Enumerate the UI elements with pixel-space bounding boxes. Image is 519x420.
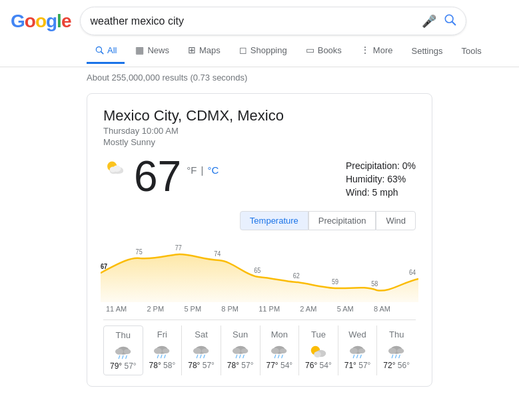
temp-f-unit[interactable]: °F [187,164,197,176]
chart-tab-temperature[interactable]: Temperature [240,211,308,230]
tab-news-label: News [147,45,169,55]
tab-all[interactable]: All [87,39,125,64]
svg-text:65: 65 [254,266,260,274]
svg-line-62 [396,355,397,358]
weather-details: Precipitation: 0% Humidity: 63% Wind: 5 … [346,155,416,200]
time-label-7: 8 AM [374,305,390,313]
chart-tab-wind[interactable]: Wind [376,211,416,230]
svg-point-38 [233,348,241,354]
forecast-day-fri[interactable]: Fri 78° 58° [143,325,183,375]
time-label-2: 5 PM [184,305,201,313]
tab-shopping[interactable]: ◻ Shopping [231,38,295,64]
news-icon: ▦ [135,45,144,55]
weather-location: Mexico City, CDMX, Mexico [103,107,416,124]
weekly-forecast: Thu 79° 57° Fri [103,319,416,375]
day-name: Thu [389,329,404,339]
day-temps: 76° 54° [305,361,332,370]
svg-text:59: 59 [332,278,338,286]
precipitation-detail: Precipitation: 0% [346,160,416,171]
tab-more[interactable]: ⋮ More [352,38,401,64]
svg-point-32 [193,348,201,354]
partly-sunny-icon [103,155,127,179]
tab-maps[interactable]: ⊞ Maps [180,38,229,64]
search-bar: 🎤 [80,7,466,35]
forecast-day-mon[interactable]: Mon 77° 54° [260,325,300,375]
chart-svg: 67 75 77 74 65 62 59 58 64 [101,236,418,302]
books-icon: ▭ [306,45,314,55]
svg-line-42 [243,355,244,358]
svg-line-63 [399,355,400,358]
svg-line-24 [126,355,127,359]
svg-text:58: 58 [371,280,378,288]
forecast-day-sat[interactable]: Sat 78° 57° [182,325,221,375]
rain-icon [113,343,133,361]
forecast-day-thu-1[interactable]: Thu 79° 57° [103,325,143,375]
svg-point-45 [280,349,287,354]
tab-books[interactable]: ▭ Books [298,38,350,64]
svg-point-21 [124,349,131,355]
nav-tabs: All ▦ News ⊞ Maps ◻ Shopping ▭ Books ⋮ M… [0,35,519,67]
tab-more-label: More [373,45,393,55]
svg-line-35 [201,355,202,358]
day-name: Thu [116,330,131,340]
svg-line-22 [119,355,120,359]
rain-icon [348,342,368,361]
tab-maps-label: Maps [199,45,221,55]
svg-point-44 [271,348,279,354]
day-temps: 77° 54° [266,361,292,370]
temperature-value: 67 [134,155,181,198]
forecast-day-thu-2[interactable]: Thu 72° 56° [377,325,416,375]
svg-line-40 [236,355,237,358]
svg-point-54 [358,349,365,354]
rain-icon [269,342,289,361]
chart-tab-precipitation[interactable]: Precipitation [308,211,376,230]
svg-point-53 [350,348,358,354]
svg-text:75: 75 [136,248,143,256]
tools-link[interactable]: Tools [453,39,489,63]
rain-icon [152,342,172,361]
temp-units: °F | °C [187,155,219,176]
day-name: Mon [271,329,288,339]
svg-line-47 [278,355,280,358]
svg-text:62: 62 [293,272,300,280]
rain-icon [231,342,251,361]
day-name: Sat [195,329,208,339]
maps-icon: ⊞ [188,45,196,55]
svg-line-3 [101,52,103,54]
humidity-detail: Humidity: 63% [346,174,416,184]
svg-line-55 [353,355,354,358]
google-logo[interactable]: Google [11,11,71,32]
time-labels: 11 AM 2 PM 5 PM 8 PM 11 PM 2 AM 5 AM 8 A… [103,305,416,313]
svg-point-9 [110,166,117,172]
search-submit-icon[interactable] [443,13,456,29]
partly-cloudy-icon [308,342,328,361]
forecast-day-tue[interactable]: Tue 76° 54° [299,325,338,375]
day-name: Fri [157,329,167,339]
time-label-3: 8 PM [221,305,239,313]
results-count: About 255,000,000 results (0.73 seconds) [0,67,519,88]
time-label-0: 11 AM [106,305,127,313]
svg-line-36 [204,355,205,358]
search-input[interactable] [90,15,422,27]
svg-text:67: 67 [101,262,107,270]
svg-line-57 [360,355,361,358]
svg-line-48 [282,355,283,358]
day-temps: 78° 58° [149,361,176,370]
svg-point-59 [388,348,396,354]
forecast-day-sun[interactable]: Sun 78° 57° [221,325,260,375]
microphone-icon[interactable]: 🎤 [422,14,436,29]
settings-link[interactable]: Settings [403,39,450,63]
rain-icon [191,342,211,361]
tab-news[interactable]: ▦ News [127,38,177,64]
time-label-4: 11 PM [259,305,280,313]
temp-c-unit[interactable]: °C [208,164,219,176]
time-label-5: 2 AM [300,305,316,313]
wind-detail: Wind: 5 mph [346,187,416,198]
chart-tabs: Temperature Precipitation Wind [103,211,416,230]
tab-all-label: All [107,45,117,55]
svg-text:74: 74 [214,250,221,258]
weather-condition: Mostly Sunny [103,137,416,147]
time-label-1: 2 PM [147,305,164,313]
forecast-day-wed[interactable]: Wed 71° 57° [338,325,378,375]
svg-text:77: 77 [175,244,182,252]
